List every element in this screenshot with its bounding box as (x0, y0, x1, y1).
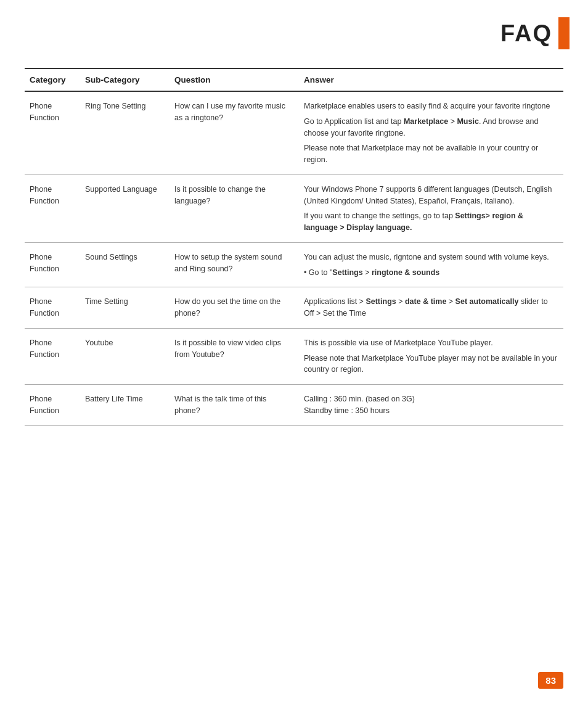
table-row: Phone FunctionSound SettingsHow to setup… (25, 242, 563, 287)
cell-answer: Applications list > Settings > date & ti… (299, 287, 563, 329)
page-number: 83 (538, 672, 563, 689)
cell-question: Is it possible to change the language? (169, 174, 299, 242)
cell-subcategory: Sound Settings (80, 242, 169, 287)
faq-table-wrapper: Category Sub-Category Question Answer Ph… (25, 68, 563, 426)
cell-subcategory: Time Setting (80, 287, 169, 329)
cell-question: Is it possible to view video clips from … (169, 328, 299, 384)
faq-title: FAQ (500, 22, 552, 45)
table-row: Phone FunctionSupported LanguageIs it po… (25, 174, 563, 242)
col-header-answer: Answer (299, 68, 563, 91)
cell-question: What is the talk time of this phone? (169, 385, 299, 426)
faq-orange-accent (558, 17, 570, 49)
faq-table: Category Sub-Category Question Answer Ph… (25, 68, 563, 426)
cell-answer: Calling : 360 min. (based on 3G)Standby … (299, 385, 563, 426)
cell-answer: Marketplace enables users to easily find… (299, 91, 563, 174)
cell-subcategory: Battery Life Time (80, 385, 169, 426)
table-header-row: Category Sub-Category Question Answer (25, 68, 563, 91)
cell-answer: Your Windows Phone 7 supports 6 differen… (299, 174, 563, 242)
cell-category: Phone Function (25, 287, 80, 329)
cell-answer: You can adjust the music, rigntone and s… (299, 242, 563, 287)
cell-answer: This is possible via use of Marketplace … (299, 328, 563, 384)
cell-category: Phone Function (25, 385, 80, 426)
col-header-category: Category (25, 68, 80, 91)
table-row: Phone FunctionBattery Life TimeWhat is t… (25, 385, 563, 426)
cell-subcategory: Youtube (80, 328, 169, 384)
cell-subcategory: Ring Tone Setting (80, 91, 169, 174)
cell-question: How to setup the system sound and Ring s… (169, 242, 299, 287)
col-header-subcategory: Sub-Category (80, 68, 169, 91)
table-row: Phone FunctionRing Tone SettingHow can I… (25, 91, 563, 174)
cell-category: Phone Function (25, 242, 80, 287)
cell-category: Phone Function (25, 174, 80, 242)
cell-subcategory: Supported Language (80, 174, 169, 242)
cell-category: Phone Function (25, 91, 80, 174)
cell-category: Phone Function (25, 328, 80, 384)
table-row: Phone FunctionTime SettingHow do you set… (25, 287, 563, 329)
table-row: Phone FunctionYoutubeIs it possible to v… (25, 328, 563, 384)
col-header-question: Question (169, 68, 299, 91)
faq-header: FAQ (500, 17, 570, 49)
cell-question: How do you set the time on the phone? (169, 287, 299, 329)
cell-question: How can I use my favorite music as a rin… (169, 91, 299, 174)
